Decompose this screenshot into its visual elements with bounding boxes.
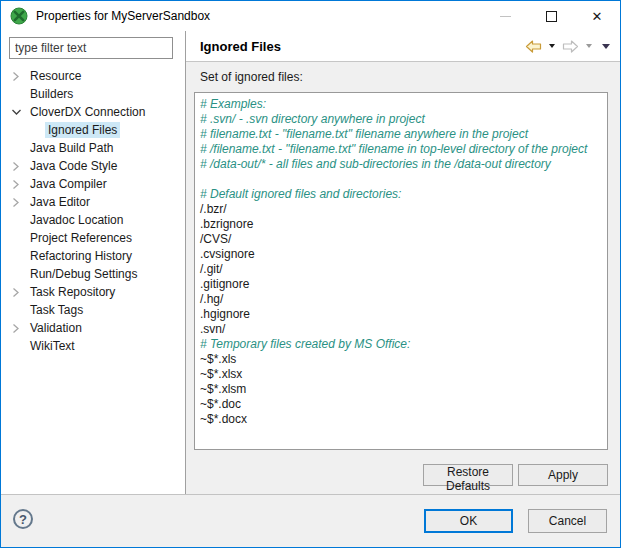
ignored-files-editor[interactable]: # Examples:# .svn/ - .svn directory anyw… (194, 92, 608, 450)
editor-line: .bzrignore (200, 217, 607, 232)
tree-expand-chevron-icon[interactable] (9, 250, 23, 262)
sidebar-tree-item[interactable]: Java Compiler (1, 175, 185, 193)
sidebar-tree-item[interactable]: CloverDX Connection (1, 103, 185, 121)
maximize-icon (546, 11, 557, 22)
ok-button[interactable]: OK (424, 509, 513, 533)
tree-expand-chevron-icon[interactable] (27, 124, 41, 136)
editor-line: .gitignore (200, 277, 607, 292)
sidebar-tree-item[interactable]: Ignored Files (1, 121, 185, 139)
sidebar-tree-item[interactable]: Java Build Path (1, 139, 185, 157)
sidebar-tree-item[interactable]: Resource (1, 67, 185, 85)
sidebar-tree-item-label: WikiText (27, 338, 78, 354)
sidebar-tree-item[interactable]: Javadoc Location (1, 211, 185, 229)
tree-expand-chevron-icon[interactable] (9, 340, 23, 352)
tree-expand-chevron-icon[interactable] (9, 214, 23, 226)
filter-input[interactable] (9, 37, 173, 59)
sidebar-tree-item-label: CloverDX Connection (27, 104, 148, 120)
cloverdx-app-icon (10, 7, 28, 25)
page-title: Ignored Files (200, 39, 525, 54)
sidebar-tree-item[interactable]: Java Editor (1, 193, 185, 211)
editor-line: # Temporary files created by MS Office: (200, 337, 607, 352)
tree-expand-chevron-icon[interactable] (9, 106, 23, 118)
editor-line: /.hg/ (200, 292, 607, 307)
tree-expand-chevron-icon[interactable] (9, 232, 23, 244)
minimize-button[interactable] (482, 1, 528, 31)
editor-line: /.git/ (200, 262, 607, 277)
help-glyph: ? (19, 512, 27, 527)
sidebar-tree-item[interactable]: Run/Debug Settings (1, 265, 185, 283)
sidebar-tree-item[interactable]: Task Repository (1, 283, 185, 301)
back-icon[interactable] (525, 40, 542, 53)
forward-icon[interactable] (562, 40, 579, 53)
sidebar-tree-item-label: Builders (27, 86, 76, 102)
sidebar-tree-item-label: Java Compiler (27, 176, 110, 192)
panel-button-row: Restore Defaults Apply (194, 464, 608, 486)
sidebar-tree-item-label: Task Tags (27, 302, 86, 318)
tree-expand-chevron-icon[interactable] (9, 286, 23, 298)
header-toolbar (525, 40, 610, 53)
sidebar-tree-item-label: Java Editor (27, 194, 93, 210)
editor-line: # Examples: (200, 97, 607, 112)
tree-expand-chevron-icon[interactable] (9, 142, 23, 154)
sidebar-tree-item[interactable]: Task Tags (1, 301, 185, 319)
restore-defaults-button[interactable]: Restore Defaults (423, 464, 513, 486)
maximize-button[interactable] (528, 1, 574, 31)
tree-expand-chevron-icon[interactable] (9, 70, 23, 82)
tree-expand-chevron-icon[interactable] (9, 160, 23, 172)
sidebar-tree-item[interactable]: Project References (1, 229, 185, 247)
set-of-ignored-files-label: Set of ignored files: (200, 70, 608, 84)
editor-line: ~$*.xlsx (200, 367, 607, 382)
panel-header: Ignored Files (186, 31, 620, 62)
editor-line: ~$*.docx (200, 412, 607, 427)
editor-line: .hgignore (200, 307, 607, 322)
sidebar-tree-item-label: Refactoring History (27, 248, 135, 264)
tree-expand-chevron-icon[interactable] (9, 88, 23, 100)
sidebar-tree-item-label: Resource (27, 68, 84, 84)
dialog-footer: ? OK Cancel (1, 494, 620, 547)
minimize-icon (500, 16, 511, 17)
properties-sidebar: Resource Builders CloverDX Connection Ig… (1, 31, 185, 494)
back-history-caret-icon[interactable] (549, 44, 555, 48)
tree-expand-chevron-icon[interactable] (9, 304, 23, 316)
editor-line: /CVS/ (200, 232, 607, 247)
apply-button[interactable]: Apply (518, 464, 608, 486)
sidebar-tree-item-label: Java Build Path (27, 140, 116, 156)
sidebar-tree-item-label: Project References (27, 230, 135, 246)
cancel-button[interactable]: Cancel (528, 509, 607, 533)
sidebar-tree-item-label: Ignored Files (45, 122, 120, 138)
view-menu-caret-icon[interactable] (602, 44, 610, 49)
title-bar[interactable]: Properties for MyServerSandbox ✕ (1, 1, 620, 31)
editor-line: .svn/ (200, 322, 607, 337)
sidebar-tree-item-label: Validation (27, 320, 85, 336)
tree-expand-chevron-icon[interactable] (9, 196, 23, 208)
help-icon[interactable]: ? (13, 509, 33, 529)
editor-line: ~$*.xls (200, 352, 607, 367)
editor-line: ~$*.doc (200, 397, 607, 412)
sidebar-tree-item[interactable]: Java Code Style (1, 157, 185, 175)
window-controls: ✕ (482, 1, 620, 31)
properties-dialog: Properties for MyServerSandbox ✕ Resourc… (0, 0, 621, 548)
editor-line: # /filename.txt - "filename.txt" filenam… (200, 142, 607, 157)
editor-line: # filename.txt - "filename.txt" filename… (200, 127, 607, 142)
editor-line: /.bzr/ (200, 202, 607, 217)
window-title: Properties for MyServerSandbox (36, 9, 482, 23)
sidebar-tree-item[interactable]: Validation (1, 319, 185, 337)
sidebar-tree-item[interactable]: Refactoring History (1, 247, 185, 265)
footer-button-row: OK Cancel (424, 509, 607, 533)
sidebar-tree-item[interactable]: WikiText (1, 337, 185, 355)
editor-line: .cvsignore (200, 247, 607, 262)
sidebar-tree-item-label: Javadoc Location (27, 212, 126, 228)
sidebar-tree-item-label: Task Repository (27, 284, 118, 300)
editor-line: ~$*.xlsm (200, 382, 607, 397)
sidebar-tree: Resource Builders CloverDX Connection Ig… (1, 65, 185, 355)
tree-expand-chevron-icon[interactable] (9, 322, 23, 334)
tree-expand-chevron-icon[interactable] (9, 268, 23, 280)
ignored-files-panel: Ignored Files (186, 31, 620, 494)
editor-line: # .svn/ - .svn directory anywhere in pro… (200, 112, 607, 127)
close-button[interactable]: ✕ (574, 1, 620, 31)
editor-line (200, 172, 607, 187)
editor-line: # Default ignored files and directories: (200, 187, 607, 202)
sidebar-tree-item[interactable]: Builders (1, 85, 185, 103)
tree-expand-chevron-icon[interactable] (9, 178, 23, 190)
forward-history-caret-icon[interactable] (586, 44, 592, 48)
